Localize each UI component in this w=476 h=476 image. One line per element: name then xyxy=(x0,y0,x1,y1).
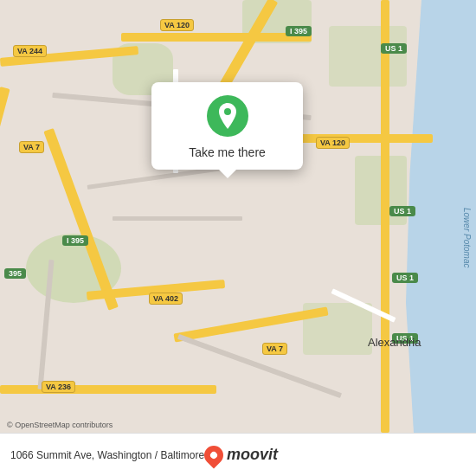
label-va402: VA 402 xyxy=(149,293,183,305)
moovit-pin-icon xyxy=(201,441,228,468)
label-i395-mid: I 395 xyxy=(62,235,88,246)
label-va7: VA 7 xyxy=(19,141,44,153)
map-attribution: © OpenStreetMap contributors xyxy=(7,421,113,429)
water-label: Lower Potomac xyxy=(462,208,472,267)
moovit-logo: moovit xyxy=(204,446,278,465)
label-va236: VA 236 xyxy=(42,381,75,393)
take-me-there-button[interactable]: Take me there xyxy=(189,145,266,159)
road-us1 xyxy=(381,0,389,433)
park-area-4 xyxy=(329,26,407,87)
popup-card: Take me there xyxy=(151,82,303,170)
label-va7-bot: VA 7 xyxy=(262,343,287,355)
label-va244: VA 244 xyxy=(13,45,47,57)
map-container: Lower Potomac VA 120 VA 244 VA 7 I 395 U… xyxy=(0,0,476,433)
moovit-brand-text: moovit xyxy=(227,446,278,464)
svg-point-0 xyxy=(224,108,231,115)
road-va120-right xyxy=(286,134,433,143)
road-minor-3 xyxy=(113,216,242,221)
address-text: 1066 Summit Ave, Washington / Baltimore xyxy=(10,449,204,461)
road-va120-top xyxy=(121,33,312,42)
label-va120-right: VA 120 xyxy=(316,137,350,149)
label-i395-top: I 395 xyxy=(286,26,312,36)
label-alexandria: Alexandria xyxy=(368,336,421,349)
road-va236 xyxy=(0,385,216,394)
location-pin-icon xyxy=(216,103,239,129)
location-icon-circle xyxy=(207,95,248,137)
label-va120-top: VA 120 xyxy=(160,19,194,31)
label-us1-mid: US 1 xyxy=(389,206,415,216)
label-us1-bot1: US 1 xyxy=(392,273,418,283)
bottom-bar: 1066 Summit Ave, Washington / Baltimore … xyxy=(0,433,476,476)
label-395-left: 395 xyxy=(4,268,26,279)
label-us1-top: US 1 xyxy=(381,43,407,54)
